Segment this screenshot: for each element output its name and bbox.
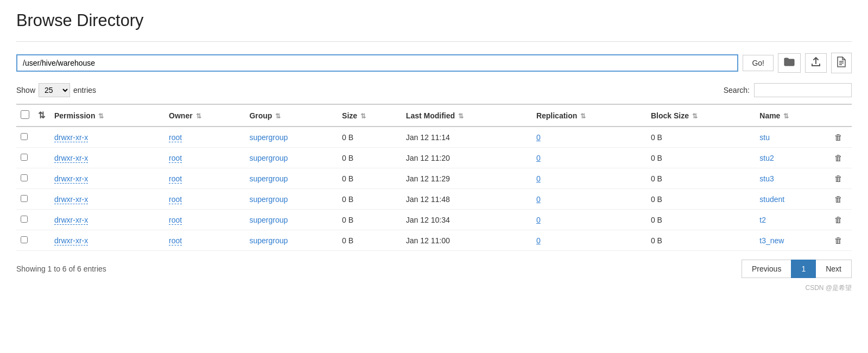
row-permission[interactable]: drwxr-xr-x	[50, 230, 164, 251]
row-size: 0 B	[338, 230, 402, 251]
row-delete[interactable]: 🗑	[830, 168, 852, 189]
row-block-size: 0 B	[647, 230, 755, 251]
row-group[interactable]: supergroup	[245, 127, 338, 148]
header-name[interactable]: Name ⇅	[755, 104, 830, 127]
header-group[interactable]: Group ⇅	[245, 104, 338, 127]
row-block-size: 0 B	[647, 189, 755, 210]
select-all-checkbox[interactable]	[21, 110, 29, 119]
header-last-modified[interactable]: Last Modified ⇅	[402, 104, 532, 127]
row-owner[interactable]: root	[164, 127, 245, 148]
delete-icon[interactable]: 🗑	[834, 194, 842, 204]
pagination: Previous 1 Next	[742, 260, 852, 278]
delete-icon[interactable]: 🗑	[834, 133, 842, 142]
row-group[interactable]: supergroup	[245, 189, 338, 210]
row-checkbox-cell	[16, 210, 34, 230]
row-group[interactable]: supergroup	[245, 210, 338, 230]
row-checkbox-2[interactable]	[21, 154, 28, 161]
entries-label: entries	[73, 86, 96, 94]
row-owner[interactable]: root	[164, 148, 245, 168]
row-replication[interactable]: 0	[532, 189, 647, 210]
row-name[interactable]: t3_new	[755, 230, 830, 251]
row-permission[interactable]: drwxr-xr-x	[50, 189, 164, 210]
row-size: 0 B	[338, 168, 402, 189]
delete-icon[interactable]: 🗑	[834, 174, 842, 183]
row-name[interactable]: stu2	[755, 148, 830, 168]
group-label: Group	[249, 111, 272, 120]
row-name[interactable]: stu3	[755, 168, 830, 189]
group-sort-icon: ⇅	[275, 112, 281, 120]
owner-sort-icon: ⇅	[196, 112, 201, 120]
path-input[interactable]	[16, 54, 738, 72]
row-checkbox-4[interactable]	[21, 195, 28, 202]
sort-all-icon: ⇅	[38, 111, 45, 120]
table-row: drwxr-xr-x root supergroup 0 B Jan 12 11…	[16, 127, 852, 148]
row-checkbox-5[interactable]	[21, 216, 28, 223]
folder-button[interactable]	[778, 53, 801, 73]
row-replication[interactable]: 0	[532, 148, 647, 168]
search-input[interactable]	[754, 83, 852, 97]
row-checkbox-1[interactable]	[21, 133, 28, 140]
row-permission[interactable]: drwxr-xr-x	[50, 168, 164, 189]
row-name[interactable]: stu	[755, 127, 830, 148]
replication-label: Replication	[536, 111, 577, 120]
row-delete[interactable]: 🗑	[830, 230, 852, 251]
delete-icon[interactable]: 🗑	[834, 153, 842, 162]
go-button[interactable]: Go!	[743, 55, 774, 71]
previous-button[interactable]: Previous	[742, 260, 791, 278]
page-1-button[interactable]: 1	[791, 260, 816, 278]
header-permission[interactable]: Permission ⇅	[50, 104, 164, 127]
table-footer: Showing 1 to 6 of 6 entries Previous 1 N…	[16, 260, 852, 278]
row-checkbox-cell	[16, 189, 34, 210]
file-button[interactable]	[831, 53, 852, 73]
header-sort-all[interactable]: ⇅	[34, 104, 50, 127]
row-owner[interactable]: root	[164, 230, 245, 251]
row-name[interactable]: t2	[755, 210, 830, 230]
row-owner[interactable]: root	[164, 210, 245, 230]
row-checkbox-6[interactable]	[21, 236, 28, 243]
table-row: drwxr-xr-x root supergroup 0 B Jan 12 11…	[16, 148, 852, 168]
header-replication[interactable]: Replication ⇅	[532, 104, 647, 127]
permission-sort-icon: ⇅	[98, 112, 104, 120]
row-block-size: 0 B	[647, 127, 755, 148]
block-size-sort-icon: ⇅	[692, 112, 698, 120]
folder-icon	[784, 59, 795, 68]
row-checkbox-3[interactable]	[21, 174, 28, 181]
row-replication[interactable]: 0	[532, 230, 647, 251]
size-sort-icon: ⇅	[360, 112, 366, 120]
row-group[interactable]: supergroup	[245, 230, 338, 251]
entries-select[interactable]: 10 25 50 100	[39, 83, 70, 97]
table-row: drwxr-xr-x root supergroup 0 B Jan 12 11…	[16, 189, 852, 210]
row-name[interactable]: student	[755, 189, 830, 210]
header-size[interactable]: Size ⇅	[338, 104, 402, 127]
row-delete[interactable]: 🗑	[830, 148, 852, 168]
row-permission[interactable]: drwxr-xr-x	[50, 210, 164, 230]
block-size-label: Block Size	[651, 111, 689, 120]
row-last-modified: Jan 12 10:34	[402, 210, 532, 230]
header-owner[interactable]: Owner ⇅	[164, 104, 245, 127]
delete-icon[interactable]: 🗑	[834, 236, 842, 245]
row-checkbox-cell	[16, 127, 34, 148]
search-control: Search:	[724, 83, 852, 97]
row-replication[interactable]: 0	[532, 127, 647, 148]
header-block-size[interactable]: Block Size ⇅	[647, 104, 755, 127]
row-delete[interactable]: 🗑	[830, 210, 852, 230]
next-button[interactable]: Next	[816, 260, 852, 278]
page-title: Browse Directory	[16, 11, 852, 30]
show-label: Show	[16, 86, 35, 94]
row-group[interactable]: supergroup	[245, 148, 338, 168]
row-owner[interactable]: root	[164, 168, 245, 189]
row-permission[interactable]: drwxr-xr-x	[50, 127, 164, 148]
row-delete[interactable]: 🗑	[830, 127, 852, 148]
row-block-size: 0 B	[647, 148, 755, 168]
row-delete[interactable]: 🗑	[830, 189, 852, 210]
row-group[interactable]: supergroup	[245, 168, 338, 189]
delete-icon[interactable]: 🗑	[834, 215, 842, 224]
last-modified-sort-icon: ⇅	[458, 112, 464, 120]
last-modified-label: Last Modified	[406, 111, 455, 120]
upload-button[interactable]	[805, 53, 827, 73]
row-replication[interactable]: 0	[532, 168, 647, 189]
row-owner[interactable]: root	[164, 189, 245, 210]
row-replication[interactable]: 0	[532, 210, 647, 230]
row-permission[interactable]: drwxr-xr-x	[50, 148, 164, 168]
permission-label: Permission	[54, 111, 95, 120]
